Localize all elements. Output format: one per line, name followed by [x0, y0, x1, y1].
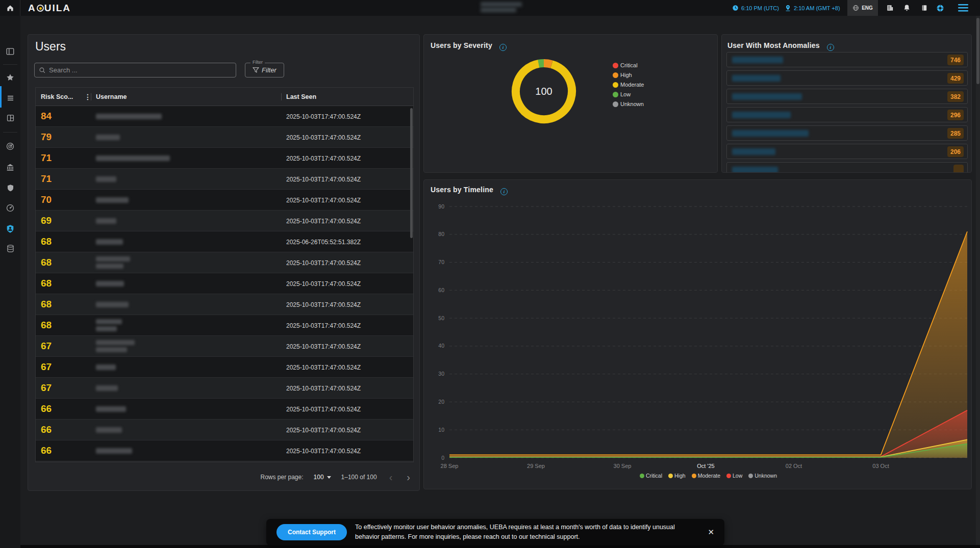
info-icon[interactable]: i — [827, 44, 834, 51]
sidebar-item-layout-panels[interactable] — [0, 43, 20, 60]
users-title: Users — [35, 40, 66, 54]
app-root: AUILA 6:10 PM (UTC) 2:10 AM (GMT +8) — [0, 0, 980, 548]
support-button[interactable] — [936, 0, 944, 16]
notifications-button[interactable] — [903, 0, 911, 16]
table-row[interactable]: 672025-10-03T17:47:00.524Z — [36, 378, 413, 399]
sidebar-item-database[interactable] — [0, 240, 20, 257]
language-selector[interactable]: ENG — [847, 0, 878, 16]
table-row[interactable]: 682025-10-03T17:47:00.524Z — [36, 273, 413, 294]
anomaly-count-badge — [953, 165, 964, 173]
table-row[interactable]: 662025-10-03T17:47:00.524Z — [36, 440, 413, 461]
notification-message: To effectively monitor user behavior ano… — [355, 523, 699, 542]
sidebar-item-user-shield-active[interactable] — [0, 220, 20, 238]
table-scrollbar-thumb[interactable] — [410, 108, 413, 238]
anomaly-count-badge: 429 — [947, 73, 964, 84]
legend-label: Moderate — [698, 473, 720, 479]
sidebar-item-bank[interactable] — [0, 159, 20, 176]
last-seen-value: 2025-10-03T17:47:00.524Z — [286, 218, 361, 225]
redacted-line — [96, 326, 117, 331]
table-row[interactable]: 672025-10-03T17:47:00.524Z — [36, 357, 413, 378]
table-row[interactable]: 682025-10-03T17:47:00.524Z — [36, 294, 413, 315]
anomaly-list-item[interactable]: 382 — [726, 89, 968, 104]
filter-button[interactable]: Filter Filter — [245, 63, 284, 77]
sidebar-item-radar[interactable] — [0, 138, 20, 155]
table-row[interactable]: 682025-10-03T17:47:00.524Z — [36, 315, 413, 336]
contact-support-button[interactable]: Contact Support — [277, 524, 347, 540]
anomaly-count-badge: 206 — [947, 146, 964, 157]
search-input[interactable] — [49, 66, 232, 74]
column-header-username[interactable]: Username — [96, 93, 127, 100]
redacted-header-title — [481, 2, 522, 13]
book-icon — [921, 4, 928, 12]
severity-donut-chart: 100 — [506, 53, 582, 129]
legend-item: Low — [726, 473, 742, 479]
redacted-username — [732, 57, 783, 63]
sidebar-item-favorites[interactable] — [0, 69, 20, 86]
risk-score-value: 68 — [41, 278, 52, 289]
info-icon[interactable]: i — [500, 188, 508, 195]
sidebar-item-gauge[interactable] — [0, 199, 20, 217]
table-row[interactable]: 792025-10-03T17:47:00.524Z — [36, 127, 413, 148]
main-menu-button[interactable] — [958, 0, 968, 16]
svg-text:Oct '25: Oct '25 — [697, 463, 715, 469]
table-row[interactable]: 662025-10-03T17:47:00.524Z — [36, 420, 413, 440]
anomaly-list-item[interactable]: 746 — [726, 52, 968, 67]
svg-text:60: 60 — [438, 287, 444, 293]
table-row[interactable]: 712025-10-03T17:47:00.524Z — [36, 148, 413, 169]
table-row[interactable]: 682025-06-26T05:52:51.382Z — [36, 231, 413, 252]
table-row[interactable]: 842025-10-03T17:47:00.524Z — [36, 106, 413, 127]
anomaly-list-item[interactable]: 206 — [726, 144, 968, 159]
layout-panels-icon — [6, 47, 15, 56]
anomaly-list-item[interactable]: 285 — [726, 125, 968, 141]
sidebar-divider — [3, 132, 17, 133]
svg-text:40: 40 — [438, 343, 444, 349]
redacted-username — [96, 302, 129, 307]
legend-item: Unknown — [613, 101, 644, 107]
anomaly-list-item[interactable] — [726, 162, 968, 173]
table-row[interactable]: 702025-10-03T17:47:00.524Z — [36, 190, 413, 211]
legend-label: Critical — [646, 473, 662, 479]
redacted-username — [732, 112, 791, 118]
column-header-risk-score[interactable]: Risk Sco... — [41, 93, 73, 100]
risk-score-value: 66 — [41, 445, 52, 456]
last-seen-value: 2025-10-03T17:47:00.524Z — [286, 343, 361, 350]
rows-per-page-select[interactable]: 100 — [314, 474, 331, 481]
legend-label: Moderate — [620, 82, 644, 88]
redacted-username — [96, 176, 116, 182]
table-row[interactable]: 682025-10-03T17:47:00.524Z — [36, 252, 413, 273]
pagination-range-label: 1–100 of 100 — [341, 474, 377, 481]
support-notification: Contact Support To effectively monitor u… — [266, 519, 724, 545]
last-seen-value: 2025-10-03T17:47:00.524Z — [286, 364, 361, 371]
redacted-line — [96, 340, 135, 345]
previous-page-button[interactable]: ‹ — [387, 472, 395, 482]
sidebar-item-shield[interactable] — [0, 179, 20, 196]
info-icon[interactable]: i — [499, 44, 507, 51]
user-shield-icon — [6, 224, 15, 233]
column-menu-icon[interactable]: ⋮ — [84, 93, 91, 101]
organization-button[interactable] — [886, 0, 894, 16]
table-row[interactable]: 662025-10-03T17:47:00.524Z — [36, 399, 413, 420]
sidebar-item-kanban-board[interactable] — [0, 109, 20, 126]
page-vertical-scrollbar[interactable] — [976, 16, 980, 548]
table-row[interactable]: 692025-10-03T17:47:00.524Z — [36, 211, 413, 231]
docs-button[interactable] — [921, 0, 928, 16]
home-button[interactable] — [0, 0, 20, 16]
next-page-button[interactable]: › — [405, 472, 412, 482]
legend-label: Unknown — [755, 473, 777, 479]
search-icon — [39, 67, 46, 74]
legend-label: Critical — [620, 62, 638, 68]
redacted-username — [96, 385, 118, 391]
table-row[interactable]: 712025-10-03T17:47:00.524Z — [36, 169, 413, 190]
sidebar-item-list-menu[interactable] — [0, 89, 20, 107]
legend-item: Moderate — [613, 82, 644, 88]
last-seen-value: 2025-10-03T17:47:00.524Z — [286, 448, 361, 455]
column-header-last-seen[interactable]: Last Seen — [286, 93, 316, 100]
scrollbar-thumb[interactable] — [976, 18, 979, 84]
table-row[interactable]: 672025-10-03T17:47:00.524Z — [36, 336, 413, 357]
anomaly-list-item[interactable]: 296 — [726, 107, 968, 122]
anomaly-list-item[interactable]: 429 — [726, 70, 968, 86]
redacted-username — [732, 75, 781, 82]
close-icon[interactable]: ✕ — [708, 528, 714, 537]
local-time-label: 2:10 AM (GMT +8) — [794, 5, 840, 11]
severity-legend: CriticalHighModerateLowUnknown — [613, 62, 644, 111]
